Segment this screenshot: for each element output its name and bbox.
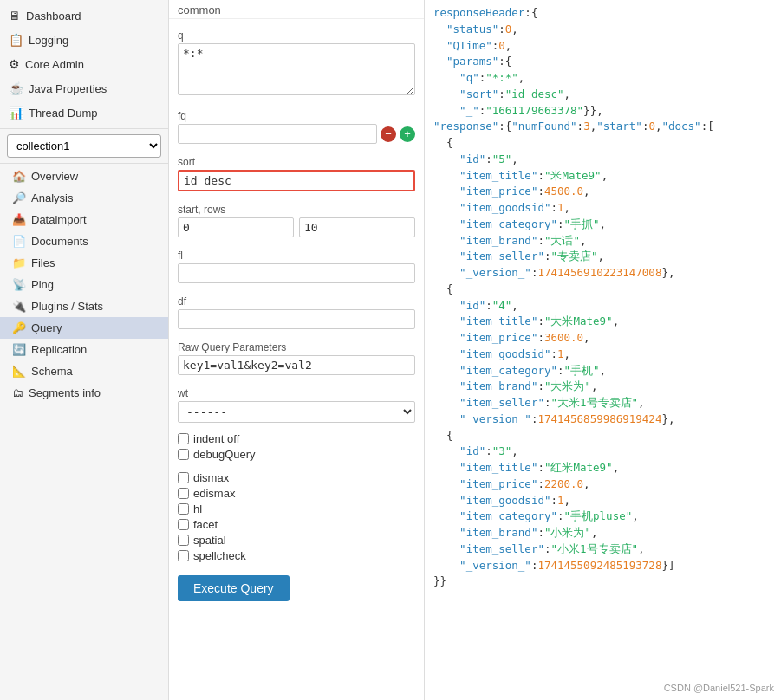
start-input[interactable] <box>178 217 294 237</box>
common-label: common <box>169 0 424 19</box>
sidebar-item-dataimport[interactable]: 📥 Dataimport <box>0 209 168 230</box>
sort-label: sort <box>178 156 415 168</box>
response-line: "id":"5", <box>433 152 772 168</box>
schema-icon: 📐 <box>12 365 26 378</box>
debug-query-label: debugQuery <box>193 448 256 461</box>
response-line: "item_price":3600.0, <box>433 330 772 347</box>
wt-select[interactable]: ------ json xml csv <box>178 401 415 423</box>
sidebar-item-label: Dashboard <box>26 10 81 23</box>
response-line: "id":"4", <box>433 298 772 314</box>
rows-input[interactable] <box>299 217 415 237</box>
sidebar-item-analysis[interactable]: 🔎 Analysis <box>0 187 168 209</box>
sidebar-sub-item-label: Documents <box>31 235 88 248</box>
sidebar-item-core-admin[interactable]: ⚙ Core Admin <box>0 52 168 76</box>
sidebar-item-documents[interactable]: 📄 Documents <box>0 230 168 252</box>
response-line: { <box>433 428 772 444</box>
response-line: "item_goodsid":1, <box>433 200 772 217</box>
fq-input[interactable] <box>178 124 377 144</box>
checkboxes-section: indent off debugQuery dismax edismax hl <box>169 426 424 568</box>
collection-select[interactable]: collection1 <box>7 134 161 158</box>
sidebar: 🖥 Dashboard 📋 Logging ⚙ Core Admin ☕ Jav… <box>0 0 169 700</box>
sidebar-item-overview[interactable]: 🏠 Overview <box>0 165 168 187</box>
sidebar-item-segments-info[interactable]: 🗂 Segments info <box>0 382 168 404</box>
sidebar-item-query[interactable]: 🔑 Query <box>0 317 168 339</box>
response-line: "item_seller":"大米1号专卖店", <box>433 395 772 412</box>
response-line: "item_brand":"大话", <box>433 233 772 250</box>
edismax-checkbox[interactable] <box>178 488 189 499</box>
response-line: "item_category":"手机pluse", <box>433 509 772 525</box>
spellcheck-row: spellcheck <box>178 549 415 562</box>
response-line: "item_goodsid":1, <box>433 347 772 363</box>
response-panel: responseHeader:{ "status":0, "QTime":0, … <box>425 0 781 700</box>
fl-input[interactable] <box>178 263 415 283</box>
plugins-icon: 🔌 <box>12 300 26 313</box>
raw-query-input[interactable] <box>178 355 415 375</box>
ping-icon: 📡 <box>12 278 26 291</box>
spatial-checkbox[interactable] <box>178 535 189 546</box>
sidebar-item-schema[interactable]: 📐 Schema <box>0 360 168 382</box>
hl-checkbox[interactable] <box>178 503 189 515</box>
response-line: "item_category":"手抓", <box>433 217 772 233</box>
sidebar-item-logging[interactable]: 📋 Logging <box>0 28 168 52</box>
response-line: "item_brand":"小米为", <box>433 525 772 541</box>
fl-section: fl <box>169 241 424 287</box>
sidebar-sub-item-label: Schema <box>31 365 73 378</box>
spatial-label: spatial <box>193 534 226 547</box>
sidebar-sub-item-label: Overview <box>31 170 78 183</box>
watermark: CSDN @Daniel521-Spark <box>664 683 774 693</box>
response-line: "_version_":1741456910223147008}, <box>433 265 772 282</box>
documents-icon: 📄 <box>12 235 26 248</box>
spellcheck-checkbox[interactable] <box>178 550 189 561</box>
response-line: "id":"3", <box>433 444 772 460</box>
sidebar-item-java-properties[interactable]: ☕ Java Properties <box>0 76 168 100</box>
sidebar-sub-item-label: Query <box>31 321 62 334</box>
sidebar-item-replication[interactable]: 🔄 Replication <box>0 339 168 360</box>
debug-query-checkbox[interactable] <box>178 449 189 460</box>
sidebar-item-plugins-stats[interactable]: 🔌 Plugins / Stats <box>0 295 168 317</box>
facet-row: facet <box>178 518 415 531</box>
df-section: df <box>169 287 424 333</box>
fq-add-button[interactable]: + <box>400 126 415 142</box>
q-input[interactable]: *:* <box>178 43 415 95</box>
sidebar-item-thread-dump[interactable]: 📊 Thread Dump <box>0 100 168 125</box>
edismax-label: edismax <box>193 487 235 500</box>
indent-off-label: indent off <box>193 432 239 445</box>
query-panel: common q *:* fq − + sort start, rows <box>169 0 425 700</box>
dismax-checkbox[interactable] <box>178 472 189 483</box>
sidebar-top-section: 🖥 Dashboard 📋 Logging ⚙ Core Admin ☕ Jav… <box>0 0 168 128</box>
start-rows-label: start, rows <box>178 204 415 216</box>
response-content: responseHeader:{ "status":0, "QTime":0, … <box>433 5 772 590</box>
response-line: "response":{"numFound":3,"start":0,"docs… <box>433 119 772 135</box>
sort-input[interactable] <box>178 170 415 191</box>
response-line: "status":0, <box>433 22 772 38</box>
sort-section: sort <box>169 147 424 195</box>
fl-label: fl <box>178 250 415 262</box>
main-area: common q *:* fq − + sort start, rows <box>169 0 781 700</box>
wt-section: wt ------ json xml csv <box>169 379 424 426</box>
response-line: "params":{ <box>433 54 772 70</box>
execute-query-button[interactable]: Execute Query <box>178 575 290 601</box>
replication-icon: 🔄 <box>12 343 26 356</box>
raw-query-label: Raw Query Parameters <box>178 341 415 353</box>
sidebar-sub-item-label: Replication <box>31 343 87 356</box>
facet-label: facet <box>193 518 218 531</box>
sidebar-item-dashboard[interactable]: 🖥 Dashboard <box>0 3 168 28</box>
response-line: "item_title":"红米Mate9", <box>433 460 772 476</box>
dashboard-icon: 🖥 <box>9 9 21 23</box>
overview-icon: 🏠 <box>12 170 26 183</box>
fq-remove-button[interactable]: − <box>381 126 396 142</box>
df-input[interactable] <box>178 309 415 329</box>
raw-query-section: Raw Query Parameters <box>169 333 424 379</box>
sidebar-item-files[interactable]: 📁 Files <box>0 252 168 274</box>
spellcheck-label: spellcheck <box>193 549 246 562</box>
response-line: "item_title":"米Mate9", <box>433 168 772 185</box>
sidebar-item-label: Java Properties <box>29 82 107 95</box>
response-line: "_version_":1741455092485193728}] <box>433 558 772 574</box>
response-line: "item_goodsid":1, <box>433 493 772 509</box>
fq-label: fq <box>178 110 415 122</box>
analysis-icon: 🔎 <box>12 191 26 204</box>
response-line: "item_seller":"专卖店", <box>433 249 772 265</box>
sidebar-item-ping[interactable]: 📡 Ping <box>0 274 168 295</box>
facet-checkbox[interactable] <box>178 519 189 530</box>
indent-off-checkbox[interactable] <box>178 433 189 444</box>
